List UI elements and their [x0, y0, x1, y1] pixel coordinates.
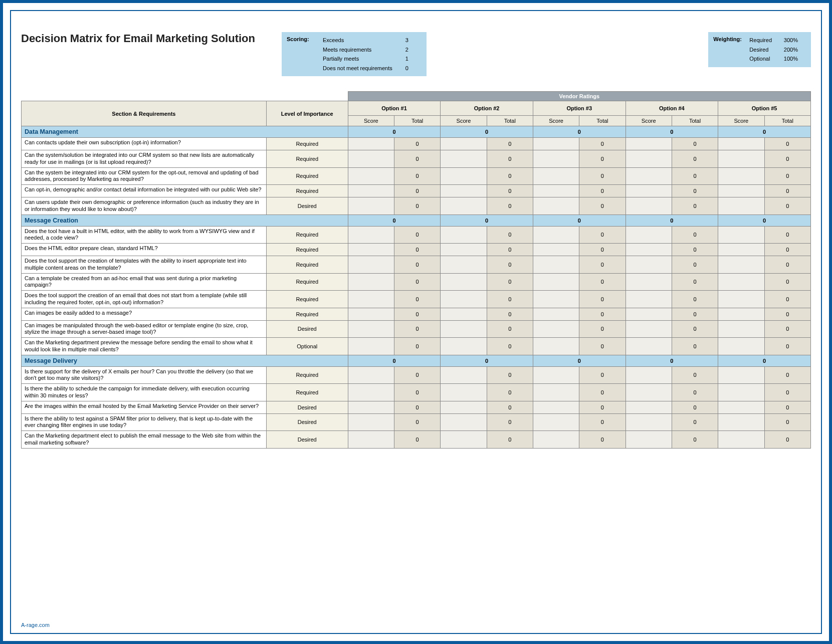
score-cell[interactable] — [348, 244, 394, 256]
score-cell[interactable] — [533, 167, 579, 185]
score-cell[interactable] — [441, 366, 487, 384]
score-cell[interactable] — [626, 366, 672, 384]
score-cell[interactable] — [533, 366, 579, 384]
score-cell[interactable] — [533, 244, 579, 256]
total-cell: 0 — [672, 413, 718, 431]
score-cell[interactable] — [718, 185, 764, 197]
score-cell[interactable] — [533, 431, 579, 449]
score-cell[interactable] — [441, 384, 487, 401]
score-cell[interactable] — [441, 150, 487, 168]
score-cell[interactable] — [441, 273, 487, 291]
score-cell[interactable] — [533, 401, 579, 413]
score-cell[interactable] — [718, 256, 764, 274]
score-cell[interactable] — [533, 320, 579, 338]
score-cell[interactable] — [348, 338, 394, 355]
score-cell[interactable] — [718, 273, 764, 291]
score-cell[interactable] — [533, 338, 579, 355]
score-cell[interactable] — [626, 320, 672, 338]
score-cell[interactable] — [348, 273, 394, 291]
score-cell[interactable] — [626, 167, 672, 185]
score-cell[interactable] — [441, 320, 487, 338]
section-total: 0 — [348, 126, 441, 138]
score-cell[interactable] — [348, 401, 394, 413]
score-cell[interactable] — [533, 185, 579, 197]
score-cell[interactable] — [533, 138, 579, 150]
score-cell[interactable] — [348, 138, 394, 150]
score-cell[interactable] — [348, 384, 394, 401]
score-cell[interactable] — [718, 167, 764, 185]
score-cell[interactable] — [441, 197, 487, 215]
score-cell[interactable] — [718, 366, 764, 384]
score-cell[interactable] — [718, 291, 764, 308]
score-cell[interactable] — [718, 413, 764, 431]
footer-link[interactable]: A-rage.com — [21, 622, 50, 628]
total-cell: 0 — [394, 185, 441, 197]
score-cell[interactable] — [626, 401, 672, 413]
score-cell[interactable] — [533, 384, 579, 401]
score-cell[interactable] — [348, 308, 394, 320]
score-cell[interactable] — [441, 401, 487, 413]
score-cell[interactable] — [718, 401, 764, 413]
score-cell[interactable] — [718, 244, 764, 256]
score-cell[interactable] — [718, 150, 764, 168]
score-cell[interactable] — [441, 167, 487, 185]
score-cell[interactable] — [441, 185, 487, 197]
score-cell[interactable] — [626, 197, 672, 215]
score-cell[interactable] — [348, 413, 394, 431]
score-cell[interactable] — [626, 291, 672, 308]
score-cell[interactable] — [718, 138, 764, 150]
score-cell[interactable] — [626, 431, 672, 449]
score-cell[interactable] — [533, 273, 579, 291]
score-cell[interactable] — [441, 291, 487, 308]
score-cell[interactable] — [718, 431, 764, 449]
score-cell[interactable] — [533, 197, 579, 215]
score-cell[interactable] — [348, 167, 394, 185]
score-cell[interactable] — [441, 138, 487, 150]
score-cell[interactable] — [348, 431, 394, 449]
score-cell[interactable] — [626, 338, 672, 355]
score-cell[interactable] — [348, 185, 394, 197]
score-cell[interactable] — [441, 431, 487, 449]
score-cell[interactable] — [441, 226, 487, 244]
score-cell[interactable] — [626, 384, 672, 401]
score-cell[interactable] — [718, 338, 764, 355]
score-cell[interactable] — [626, 226, 672, 244]
score-cell[interactable] — [718, 226, 764, 244]
score-cell[interactable] — [626, 244, 672, 256]
score-cell[interactable] — [441, 338, 487, 355]
score-cell[interactable] — [441, 244, 487, 256]
score-cell[interactable] — [348, 291, 394, 308]
score-cell[interactable] — [718, 308, 764, 320]
score-cell[interactable] — [626, 256, 672, 274]
score-cell[interactable] — [348, 226, 394, 244]
score-cell[interactable] — [348, 366, 394, 384]
score-cell[interactable] — [626, 138, 672, 150]
score-cell[interactable] — [626, 413, 672, 431]
score-cell[interactable] — [441, 256, 487, 274]
requirement-text: Is there the ability to test against a S… — [22, 413, 267, 431]
score-cell[interactable] — [718, 384, 764, 401]
score-cell[interactable] — [348, 150, 394, 168]
score-cell[interactable] — [348, 320, 394, 338]
score-cell[interactable] — [348, 256, 394, 274]
score-cell[interactable] — [533, 226, 579, 244]
score-cell[interactable] — [626, 150, 672, 168]
score-cell[interactable] — [441, 308, 487, 320]
score-cell[interactable] — [533, 291, 579, 308]
score-cell[interactable] — [533, 308, 579, 320]
total-header: Total — [579, 116, 626, 126]
score-cell[interactable] — [533, 150, 579, 168]
score-cell[interactable] — [626, 185, 672, 197]
score-cell[interactable] — [718, 197, 764, 215]
score-cell[interactable] — [533, 413, 579, 431]
score-cell[interactable] — [626, 308, 672, 320]
section-total: 0 — [441, 126, 533, 138]
total-cell: 0 — [487, 413, 533, 431]
score-cell[interactable] — [348, 197, 394, 215]
score-cell[interactable] — [441, 413, 487, 431]
score-cell[interactable] — [626, 273, 672, 291]
total-cell: 0 — [579, 320, 626, 338]
total-cell: 0 — [764, 244, 811, 256]
score-cell[interactable] — [533, 256, 579, 274]
score-cell[interactable] — [718, 320, 764, 338]
